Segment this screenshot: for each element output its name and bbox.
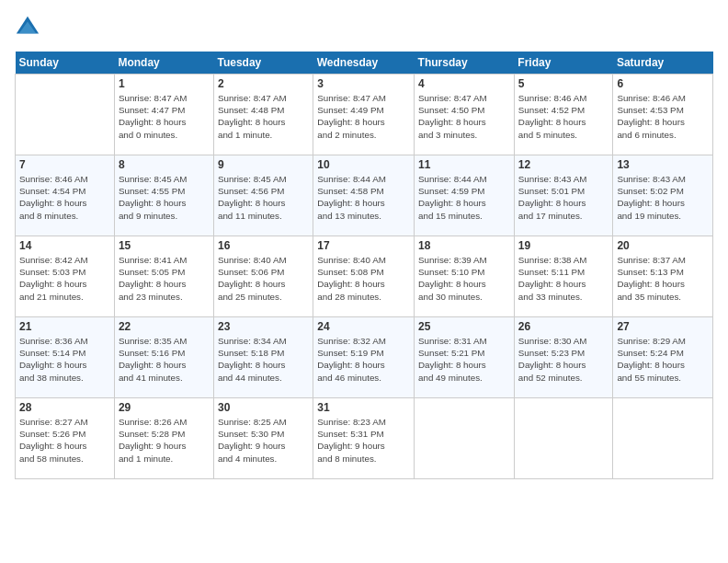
calendar-cell: 18Sunrise: 8:39 AM Sunset: 5:10 PM Dayli… [415, 236, 515, 317]
calendar-day-header: Saturday [613, 52, 713, 75]
calendar-week-row: 28Sunrise: 8:27 AM Sunset: 5:26 PM Dayli… [16, 398, 713, 479]
page: SundayMondayTuesdayWednesdayThursdayFrid… [0, 0, 728, 563]
calendar-cell: 12Sunrise: 8:43 AM Sunset: 5:01 PM Dayli… [514, 155, 613, 236]
calendar-cell: 9Sunrise: 8:45 AM Sunset: 4:56 PM Daylig… [213, 155, 313, 236]
day-info: Sunrise: 8:27 AM Sunset: 5:26 PM Dayligh… [19, 416, 110, 465]
day-number: 5 [518, 77, 609, 90]
day-number: 19 [518, 239, 609, 252]
day-info: Sunrise: 8:47 AM Sunset: 4:49 PM Dayligh… [317, 92, 410, 141]
day-number: 23 [218, 320, 309, 333]
day-info: Sunrise: 8:30 AM Sunset: 5:23 PM Dayligh… [518, 335, 609, 384]
calendar-cell: 19Sunrise: 8:38 AM Sunset: 5:11 PM Dayli… [514, 236, 613, 317]
calendar-cell [415, 398, 515, 479]
day-info: Sunrise: 8:46 AM Sunset: 4:53 PM Dayligh… [617, 92, 709, 141]
day-number: 3 [317, 77, 410, 90]
day-number: 11 [418, 158, 510, 171]
day-number: 20 [617, 239, 709, 252]
day-info: Sunrise: 8:32 AM Sunset: 5:19 PM Dayligh… [317, 335, 410, 384]
calendar-cell: 26Sunrise: 8:30 AM Sunset: 5:23 PM Dayli… [514, 317, 613, 398]
day-number: 6 [617, 77, 709, 90]
day-number: 10 [317, 158, 410, 171]
calendar-day-header: Tuesday [213, 52, 313, 75]
calendar-cell: 10Sunrise: 8:44 AM Sunset: 4:58 PM Dayli… [313, 155, 415, 236]
day-info: Sunrise: 8:39 AM Sunset: 5:10 PM Dayligh… [418, 254, 510, 303]
calendar-cell: 30Sunrise: 8:25 AM Sunset: 5:30 PM Dayli… [213, 398, 313, 479]
day-number: 18 [418, 239, 510, 252]
calendar-cell: 11Sunrise: 8:44 AM Sunset: 4:59 PM Dayli… [415, 155, 515, 236]
calendar-day-header: Thursday [415, 52, 515, 75]
day-number: 28 [19, 401, 110, 414]
day-info: Sunrise: 8:45 AM Sunset: 4:55 PM Dayligh… [119, 173, 210, 222]
calendar-week-row: 14Sunrise: 8:42 AM Sunset: 5:03 PM Dayli… [16, 236, 713, 317]
calendar-cell: 13Sunrise: 8:43 AM Sunset: 5:02 PM Dayli… [613, 155, 713, 236]
calendar-day-header: Friday [514, 52, 613, 75]
calendar-week-row: 7Sunrise: 8:46 AM Sunset: 4:54 PM Daylig… [16, 155, 713, 236]
calendar-cell: 28Sunrise: 8:27 AM Sunset: 5:26 PM Dayli… [16, 398, 115, 479]
calendar-cell: 29Sunrise: 8:26 AM Sunset: 5:28 PM Dayli… [114, 398, 213, 479]
day-info: Sunrise: 8:35 AM Sunset: 5:16 PM Dayligh… [119, 335, 210, 384]
day-info: Sunrise: 8:43 AM Sunset: 5:02 PM Dayligh… [617, 173, 709, 222]
day-number: 15 [119, 239, 210, 252]
calendar-cell [613, 398, 713, 479]
day-info: Sunrise: 8:40 AM Sunset: 5:06 PM Dayligh… [218, 254, 309, 303]
day-number: 4 [418, 77, 510, 90]
day-info: Sunrise: 8:42 AM Sunset: 5:03 PM Dayligh… [19, 254, 110, 303]
day-number: 7 [19, 158, 110, 171]
day-number: 14 [19, 239, 110, 252]
day-number: 9 [218, 158, 309, 171]
day-info: Sunrise: 8:46 AM Sunset: 4:54 PM Dayligh… [19, 173, 110, 222]
day-info: Sunrise: 8:44 AM Sunset: 4:58 PM Dayligh… [317, 173, 410, 222]
calendar-cell: 22Sunrise: 8:35 AM Sunset: 5:16 PM Dayli… [114, 317, 213, 398]
calendar: SundayMondayTuesdayWednesdayThursdayFrid… [15, 52, 713, 479]
calendar-week-row: 1Sunrise: 8:47 AM Sunset: 4:47 PM Daylig… [16, 75, 713, 155]
calendar-cell: 17Sunrise: 8:40 AM Sunset: 5:08 PM Dayli… [313, 236, 415, 317]
day-number: 29 [119, 401, 210, 414]
day-info: Sunrise: 8:47 AM Sunset: 4:50 PM Dayligh… [418, 92, 510, 141]
day-info: Sunrise: 8:26 AM Sunset: 5:28 PM Dayligh… [119, 416, 210, 465]
day-info: Sunrise: 8:43 AM Sunset: 5:01 PM Dayligh… [518, 173, 609, 222]
day-info: Sunrise: 8:40 AM Sunset: 5:08 PM Dayligh… [317, 254, 410, 303]
day-number: 12 [518, 158, 609, 171]
calendar-cell: 24Sunrise: 8:32 AM Sunset: 5:19 PM Dayli… [313, 317, 415, 398]
day-info: Sunrise: 8:41 AM Sunset: 5:05 PM Dayligh… [119, 254, 210, 303]
calendar-cell: 1Sunrise: 8:47 AM Sunset: 4:47 PM Daylig… [114, 75, 213, 155]
day-number: 22 [119, 320, 210, 333]
day-info: Sunrise: 8:29 AM Sunset: 5:24 PM Dayligh… [617, 335, 709, 384]
calendar-day-header: Wednesday [313, 52, 415, 75]
day-info: Sunrise: 8:34 AM Sunset: 5:18 PM Dayligh… [218, 335, 309, 384]
calendar-cell: 23Sunrise: 8:34 AM Sunset: 5:18 PM Dayli… [213, 317, 313, 398]
day-info: Sunrise: 8:37 AM Sunset: 5:13 PM Dayligh… [617, 254, 709, 303]
calendar-day-header: Sunday [16, 52, 115, 75]
day-number: 25 [418, 320, 510, 333]
calendar-cell: 16Sunrise: 8:40 AM Sunset: 5:06 PM Dayli… [213, 236, 313, 317]
logo [15, 15, 44, 40]
calendar-cell: 4Sunrise: 8:47 AM Sunset: 4:50 PM Daylig… [415, 75, 515, 155]
calendar-cell: 15Sunrise: 8:41 AM Sunset: 5:05 PM Dayli… [114, 236, 213, 317]
day-info: Sunrise: 8:47 AM Sunset: 4:48 PM Dayligh… [218, 92, 309, 141]
day-info: Sunrise: 8:38 AM Sunset: 5:11 PM Dayligh… [518, 254, 609, 303]
calendar-cell [514, 398, 613, 479]
day-number: 17 [317, 239, 410, 252]
calendar-cell: 21Sunrise: 8:36 AM Sunset: 5:14 PM Dayli… [16, 317, 115, 398]
calendar-cell: 8Sunrise: 8:45 AM Sunset: 4:55 PM Daylig… [114, 155, 213, 236]
day-info: Sunrise: 8:47 AM Sunset: 4:47 PM Dayligh… [119, 92, 210, 141]
calendar-cell: 2Sunrise: 8:47 AM Sunset: 4:48 PM Daylig… [213, 75, 313, 155]
day-number: 30 [218, 401, 309, 414]
calendar-cell: 7Sunrise: 8:46 AM Sunset: 4:54 PM Daylig… [16, 155, 115, 236]
calendar-cell: 3Sunrise: 8:47 AM Sunset: 4:49 PM Daylig… [313, 75, 415, 155]
calendar-cell: 14Sunrise: 8:42 AM Sunset: 5:03 PM Dayli… [16, 236, 115, 317]
day-info: Sunrise: 8:31 AM Sunset: 5:21 PM Dayligh… [418, 335, 510, 384]
day-info: Sunrise: 8:45 AM Sunset: 4:56 PM Dayligh… [218, 173, 309, 222]
day-number: 1 [119, 77, 210, 90]
day-number: 8 [119, 158, 210, 171]
day-number: 2 [218, 77, 309, 90]
day-info: Sunrise: 8:36 AM Sunset: 5:14 PM Dayligh… [19, 335, 110, 384]
day-info: Sunrise: 8:25 AM Sunset: 5:30 PM Dayligh… [218, 416, 309, 465]
day-number: 31 [317, 401, 410, 414]
day-number: 13 [617, 158, 709, 171]
day-info: Sunrise: 8:44 AM Sunset: 4:59 PM Dayligh… [418, 173, 510, 222]
calendar-cell: 25Sunrise: 8:31 AM Sunset: 5:21 PM Dayli… [415, 317, 515, 398]
calendar-cell: 5Sunrise: 8:46 AM Sunset: 4:52 PM Daylig… [514, 75, 613, 155]
day-number: 24 [317, 320, 410, 333]
day-number: 21 [19, 320, 110, 333]
